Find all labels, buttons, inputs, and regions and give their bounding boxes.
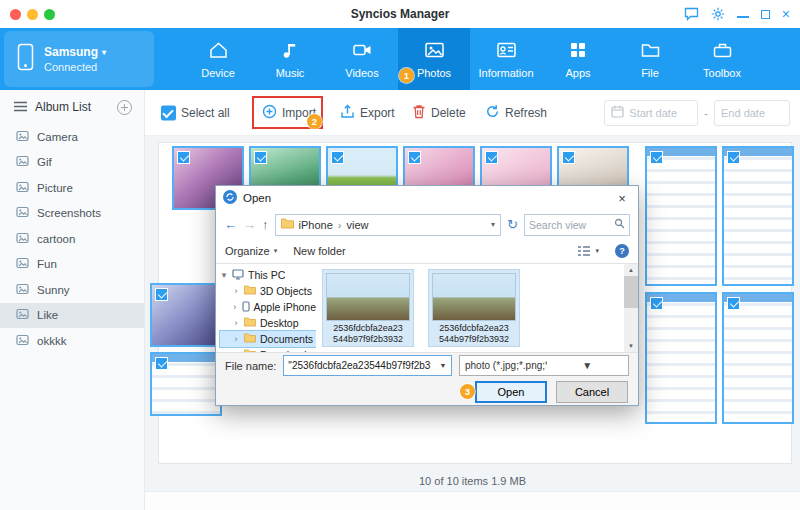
search-box[interactable] — [524, 214, 630, 236]
back-icon[interactable]: ← — [224, 218, 237, 231]
tree-item-apple-iphone[interactable]: › Apple iPhone — [220, 299, 316, 315]
album-item-picture[interactable]: Picture — [0, 175, 144, 201]
end-date-field[interactable] — [721, 107, 783, 119]
tab-information[interactable]: Information — [470, 28, 542, 90]
tree-item-documents[interactable]: › Documents — [220, 331, 316, 347]
tab-videos[interactable]: Videos — [326, 28, 398, 90]
scrollbar[interactable]: ▲ ▼ — [624, 264, 638, 352]
album-item-gif[interactable]: Gif — [0, 150, 144, 176]
help-icon[interactable]: ? — [615, 244, 629, 258]
forward-icon[interactable]: → — [243, 218, 256, 231]
file-item[interactable]: 2536fdcbfa2ea23 544b97f9f2b3932 — [428, 269, 520, 347]
up-icon[interactable]: ↑ — [262, 218, 269, 231]
file-item[interactable]: 2536fdcbfa2ea23 544b97f9f2b3932 — [322, 269, 414, 347]
dialog-close-icon[interactable]: × — [606, 186, 638, 210]
new-folder-button[interactable]: New folder — [293, 245, 346, 257]
album-item-cartoon[interactable]: cartoon — [0, 226, 144, 252]
photo-thumbnail[interactable] — [645, 146, 717, 286]
search-icon — [614, 218, 625, 231]
breadcrumb-root[interactable]: iPhone — [299, 219, 333, 231]
photo-checkbox[interactable] — [727, 151, 740, 164]
chevron-collapsed-icon[interactable]: › — [232, 286, 240, 296]
photo-thumbnail[interactable] — [150, 283, 222, 347]
photo-checkbox[interactable] — [562, 151, 575, 164]
filename-combobox[interactable]: ▼ — [283, 355, 452, 376]
breadcrumb-separator: › — [338, 219, 342, 231]
photo-checkbox[interactable] — [485, 151, 498, 164]
end-date-input[interactable] — [714, 100, 790, 126]
filetype-combobox[interactable]: photo (*.jpg;*.png;*.PNG;*.gif;* ▼ — [459, 355, 629, 376]
photo-checkbox[interactable] — [408, 151, 421, 164]
filename-input[interactable] — [284, 360, 435, 371]
tree-item-3d-objects[interactable]: › 3D Objects — [220, 283, 316, 299]
album-item-screenshots[interactable]: Screenshots — [0, 201, 144, 227]
delete-button[interactable]: Delete — [412, 104, 466, 122]
photo-checkbox[interactable] — [727, 297, 740, 310]
album-item-camera[interactable]: Camera — [0, 124, 144, 150]
tab-music[interactable]: Music — [254, 28, 326, 90]
start-date-input[interactable] — [604, 100, 698, 126]
photo-thumbnail[interactable] — [645, 292, 717, 424]
scrollbar-thumb[interactable] — [624, 276, 638, 308]
chevron-down-icon[interactable]: ▼ — [435, 356, 451, 375]
chevron-down-icon[interactable]: ▾ — [491, 220, 495, 229]
scroll-down-icon[interactable]: ▼ — [628, 340, 634, 352]
photo-thumbnail[interactable] — [722, 146, 794, 286]
chevron-expanded-icon[interactable]: ▾ — [220, 270, 228, 280]
add-album-button[interactable] — [117, 100, 132, 115]
checkbox-checked-icon — [161, 105, 176, 120]
photo-thumbnail[interactable] — [722, 292, 794, 424]
select-all-checkbox[interactable]: Select all — [161, 105, 230, 120]
chevron-collapsed-icon[interactable]: › — [232, 334, 240, 344]
photo-checkbox[interactable] — [177, 151, 190, 164]
maximize-icon[interactable] — [761, 10, 770, 19]
tab-apps[interactable]: Apps — [542, 28, 614, 90]
tab-photos[interactable]: Photos 1 — [398, 28, 470, 90]
mac-close-button[interactable] — [10, 9, 21, 20]
refresh-address-icon[interactable]: ↻ — [507, 217, 518, 232]
date-separator: - — [704, 107, 708, 119]
photo-checkbox[interactable] — [155, 357, 168, 370]
search-input[interactable] — [529, 219, 614, 231]
tab-file[interactable]: File — [614, 28, 686, 90]
video-camera-icon — [352, 40, 373, 64]
chevron-down-icon[interactable]: ▼ — [547, 356, 629, 375]
item-count-text: 10 of 10 items 1.9 MB — [419, 475, 526, 487]
tree-item-this-pc[interactable]: ▾ This PC — [220, 267, 316, 283]
minimize-icon[interactable] — [737, 16, 749, 18]
export-button[interactable]: Export — [340, 104, 395, 122]
album-item-fun[interactable]: Fun — [0, 252, 144, 278]
scroll-up-icon[interactable]: ▲ — [628, 264, 634, 276]
tree-item-desktop[interactable]: › Desktop — [220, 315, 316, 331]
tab-toolbox[interactable]: Toolbox — [686, 28, 758, 90]
feedback-chat-icon[interactable] — [684, 7, 699, 21]
photo-thumbnail[interactable] — [150, 352, 222, 416]
image-icon — [16, 283, 29, 297]
breadcrumb-current[interactable]: view — [346, 219, 368, 231]
breadcrumb[interactable]: iPhone › view ▾ — [275, 214, 502, 236]
photo-checkbox[interactable] — [155, 288, 168, 301]
album-item-okkkk[interactable]: okkkk — [0, 328, 144, 354]
view-toggle-icon[interactable]: ▾ — [577, 245, 599, 257]
start-date-field[interactable] — [629, 107, 691, 119]
cancel-button[interactable]: Cancel — [556, 381, 628, 403]
mac-minimize-button[interactable] — [27, 9, 38, 20]
photo-checkbox[interactable] — [331, 151, 344, 164]
photo-checkbox[interactable] — [650, 151, 663, 164]
chevron-collapsed-icon[interactable]: › — [232, 302, 238, 312]
photo-checkbox[interactable] — [254, 151, 267, 164]
photo-checkbox[interactable] — [650, 297, 663, 310]
mac-zoom-button[interactable] — [44, 9, 55, 20]
album-item-sunny[interactable]: Sunny — [0, 277, 144, 303]
settings-gear-icon[interactable] — [711, 7, 725, 21]
organize-menu[interactable]: Organize ▾ — [225, 245, 277, 257]
tab-device[interactable]: Device — [182, 28, 254, 90]
open-button[interactable]: Open — [475, 381, 547, 403]
footer-strip — [145, 491, 800, 510]
apps-grid-icon — [568, 40, 588, 64]
refresh-button[interactable]: Refresh — [485, 104, 547, 122]
album-item-like[interactable]: Like — [0, 303, 144, 329]
chevron-collapsed-icon[interactable]: › — [232, 318, 240, 328]
close-icon[interactable]: × — [782, 7, 790, 21]
device-selector[interactable]: Samsung▾ Connected — [4, 31, 154, 87]
